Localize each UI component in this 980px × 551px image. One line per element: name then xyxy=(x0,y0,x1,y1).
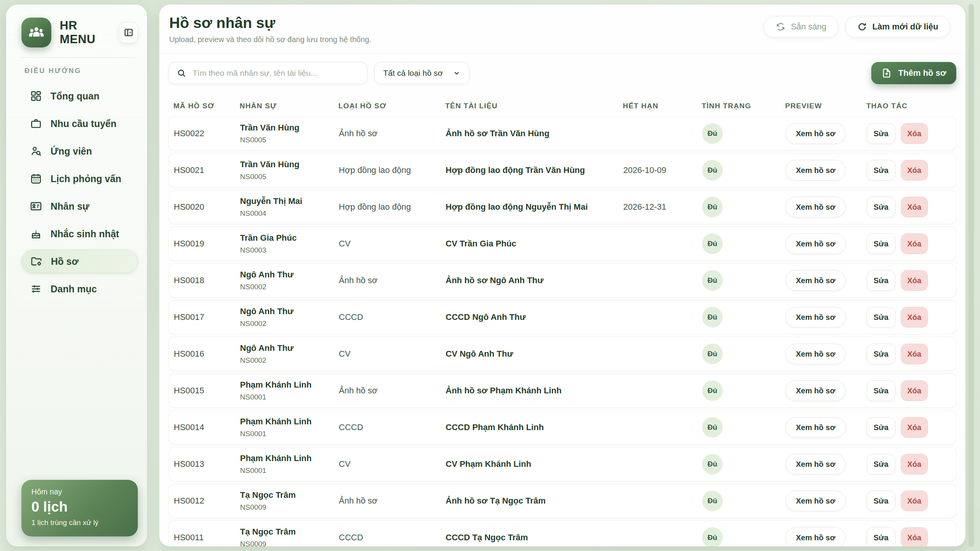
status-cell: Đủ xyxy=(702,233,786,254)
sidebar-item-danh-muc[interactable]: Danh mục xyxy=(21,277,138,301)
person-cell: Phạm Khánh Linh NS0001 xyxy=(240,380,339,401)
page-scrollbar[interactable] xyxy=(969,4,974,547)
sidebar-item-nhu-cau-tuyen[interactable]: Nhu cầu tuyển xyxy=(21,112,138,135)
sidebar-item-ho-so[interactable]: Hồ sơ xyxy=(21,249,138,273)
view-record-button[interactable]: Xem hồ sơ xyxy=(786,454,846,474)
refresh-data-button[interactable]: Làm mới dữ liệu xyxy=(845,16,950,37)
search-input[interactable] xyxy=(193,68,359,78)
sidebar-item-nhac-sinh-nhat[interactable]: Nhắc sinh nhật xyxy=(21,222,138,246)
edit-button[interactable]: Sửa xyxy=(867,491,895,511)
delete-button[interactable]: Xóa xyxy=(901,491,928,511)
view-record-button[interactable]: Xem hồ sơ xyxy=(786,233,846,254)
doc-type: Hợp đồng lao động xyxy=(339,165,446,175)
delete-button[interactable]: Xóa xyxy=(901,197,928,217)
person-cell: Trần Văn Hùng NS0005 xyxy=(240,160,339,181)
doc-name: CV Trần Gia Phúc xyxy=(446,239,623,249)
person-code: NS0003 xyxy=(240,246,339,254)
person-code: NS0001 xyxy=(240,393,339,401)
status-badge: Đủ xyxy=(702,197,723,217)
status-badge: Đủ xyxy=(702,380,723,401)
view-record-button[interactable]: Xem hồ sơ xyxy=(786,160,846,181)
preview-cell: Xem hồ sơ xyxy=(786,123,867,144)
record-code: HS0012 xyxy=(174,496,240,506)
edit-button[interactable]: Sửa xyxy=(867,454,895,474)
view-record-button[interactable]: Xem hồ sơ xyxy=(786,527,846,546)
record-code: HS0011 xyxy=(174,533,240,543)
person-code: NS0002 xyxy=(240,320,339,328)
edit-button[interactable]: Sửa xyxy=(867,123,895,144)
sidebar-item-nhan-su[interactable]: Nhân sự xyxy=(21,194,138,218)
doc-type: CV xyxy=(339,349,446,359)
actions-cell: Sửa Xóa xyxy=(867,160,956,181)
person-code: NS0001 xyxy=(240,430,339,438)
page-title: Hồ sơ nhân sự xyxy=(169,15,371,31)
person-name: Trần Văn Hùng xyxy=(240,123,339,133)
edit-button[interactable]: Sửa xyxy=(867,160,895,181)
id-card-icon xyxy=(30,200,42,212)
actions-cell: Sửa Xóa xyxy=(867,454,956,474)
edit-button[interactable]: Sửa xyxy=(867,270,895,291)
doc-type: CCCD xyxy=(339,533,446,543)
view-record-button[interactable]: Xem hồ sơ xyxy=(786,123,846,144)
edit-button[interactable]: Sửa xyxy=(867,527,895,546)
delete-button[interactable]: Xóa xyxy=(901,123,928,144)
delete-button[interactable]: Xóa xyxy=(901,344,928,364)
actions-cell: Sửa Xóa xyxy=(867,491,956,511)
status-ready-button[interactable]: Sẵn sàng xyxy=(764,16,838,37)
sidebar-header: HR MENU xyxy=(21,18,138,47)
preview-cell: Xem hồ sơ xyxy=(786,160,867,181)
preview-cell: Xem hồ sơ xyxy=(786,380,867,401)
edit-button[interactable]: Sửa xyxy=(867,307,895,328)
delete-button[interactable]: Xóa xyxy=(901,417,928,438)
edit-button[interactable]: Sửa xyxy=(867,417,895,438)
person-name: Phạm Khánh Linh xyxy=(240,417,339,427)
delete-button[interactable]: Xóa xyxy=(901,454,928,474)
edit-button[interactable]: Sửa xyxy=(867,344,895,364)
sidebar-collapse-button[interactable] xyxy=(119,22,138,43)
view-record-button[interactable]: Xem hồ sơ xyxy=(786,270,846,291)
doc-type: Ảnh hồ sơ xyxy=(339,276,446,285)
actions-cell: Sửa Xóa xyxy=(867,123,956,144)
view-record-button[interactable]: Xem hồ sơ xyxy=(786,417,846,438)
status-ready-label: Sẵn sàng xyxy=(791,22,826,32)
col-header-het-han: HẾT HẠN xyxy=(623,102,702,110)
doc-type: Ảnh hồ sơ xyxy=(339,129,446,139)
sidebar-item-ung-vien[interactable]: Ứng viên xyxy=(21,139,138,163)
today-label: Hôm nay xyxy=(31,487,128,496)
edit-button[interactable]: Sửa xyxy=(867,380,895,401)
status-cell: Đủ xyxy=(702,307,786,328)
view-record-button[interactable]: Xem hồ sơ xyxy=(786,344,846,364)
briefcase-icon xyxy=(30,117,42,130)
delete-button[interactable]: Xóa xyxy=(901,380,928,401)
person-cell: Tạ Ngọc Trâm NS0009 xyxy=(240,490,339,512)
view-record-button[interactable]: Xem hồ sơ xyxy=(786,491,846,511)
doc-type: CCCD xyxy=(339,312,446,322)
record-code: HS0017 xyxy=(174,312,240,322)
delete-button[interactable]: Xóa xyxy=(901,233,928,254)
doc-type: CV xyxy=(339,459,446,469)
sidebar-item-lich-phong-van[interactable]: Lịch phỏng vấn xyxy=(21,167,138,191)
record-code: HS0021 xyxy=(174,165,240,175)
delete-button[interactable]: Xóa xyxy=(901,160,928,181)
main-panel: Hồ sơ nhân sự Upload, preview và theo dõ… xyxy=(159,5,965,546)
person-name: Tạ Ngọc Trâm xyxy=(240,490,339,500)
view-record-button[interactable]: Xem hồ sơ xyxy=(786,380,846,401)
delete-button[interactable]: Xóa xyxy=(901,527,928,546)
status-badge: Đủ xyxy=(702,491,723,511)
table-row: HS0013 Phạm Khánh Linh NS0001 CV CV Phạm… xyxy=(168,447,956,481)
table-row: HS0015 Phạm Khánh Linh NS0001 Ảnh hồ sơ … xyxy=(168,373,956,408)
sidebar-item-tong-quan[interactable]: Tổng quan xyxy=(21,84,138,108)
view-record-button[interactable]: Xem hồ sơ xyxy=(786,197,846,217)
status-cell: Đủ xyxy=(702,527,786,546)
edit-button[interactable]: Sửa xyxy=(867,197,895,217)
delete-button[interactable]: Xóa xyxy=(901,270,928,291)
col-header-thao-tac: THAO TÁC xyxy=(866,102,956,110)
delete-button[interactable]: Xóa xyxy=(901,307,928,328)
table-body: HS0022 Trần Văn Hùng NS0005 Ảnh hồ sơ Ản… xyxy=(168,116,956,546)
record-code: HS0020 xyxy=(174,202,240,212)
edit-button[interactable]: Sửa xyxy=(867,233,895,254)
status-badge: Đủ xyxy=(702,344,723,364)
add-record-button[interactable]: Thêm hồ sơ xyxy=(871,62,956,84)
doc-type-filter[interactable]: Tất cả loại hồ sơ xyxy=(374,62,469,84)
view-record-button[interactable]: Xem hồ sơ xyxy=(786,307,846,328)
